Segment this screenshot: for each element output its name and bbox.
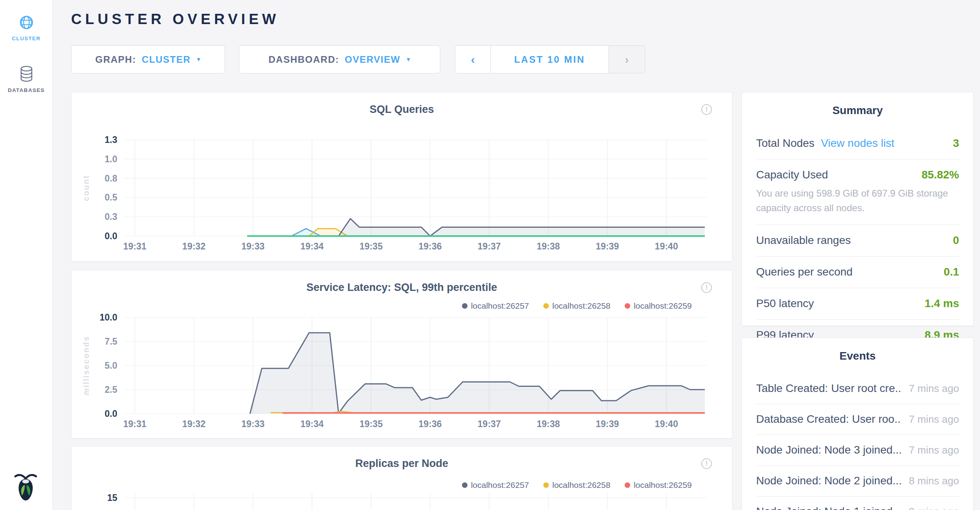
cockroach-bug-logo-icon: [13, 473, 39, 501]
event-time: 8 mins ago: [901, 506, 959, 510]
x-tick-label: 19:35: [359, 419, 383, 429]
replicas-per-node-chart-card: Replicas per Node ! localhost:26257local…: [71, 446, 732, 510]
x-tick-label: 19:32: [182, 419, 206, 429]
summary-row-value: 3: [953, 137, 959, 150]
caret-down-icon: ▾: [197, 55, 201, 64]
event-label: Table Created: User root cre...: [756, 382, 901, 395]
summary-row: Unavailable ranges0: [756, 225, 959, 257]
event-label: Node Joined: Node 1 joined...: [756, 505, 901, 510]
summary-row-label: Capacity Used: [756, 169, 828, 181]
event-row: Table Created: User root cre...7 mins ag…: [756, 373, 959, 404]
y-tick-label: 0.5: [105, 192, 117, 202]
sidebar-item-label: DATABASES: [0, 87, 53, 93]
summary-rows: Total NodesView nodes list3Capacity Used…: [742, 128, 973, 351]
summary-row-label: P50 latency: [756, 297, 814, 310]
toolbar: GRAPH: CLUSTER ▾ DASHBOARD: OVERVIEW ▾ ‹…: [71, 45, 645, 73]
x-tick-label: 19:39: [596, 241, 619, 251]
event-row: Database Created: User roo...7 mins ago: [756, 404, 959, 435]
summary-row-label: Total Nodes: [756, 137, 815, 150]
y-tick-label: 0.3: [105, 212, 117, 222]
time-range-value-button[interactable]: LAST 10 MIN: [490, 46, 609, 73]
events-panel: Events Table Created: User root cre...7 …: [742, 338, 974, 510]
time-range-next-button[interactable]: ›: [609, 46, 645, 73]
x-tick-label: 19:40: [655, 241, 678, 251]
dashboard-dropdown-value: OVERVIEW: [345, 54, 400, 65]
service-latency-chart-card: Service Latency: SQL, 99th percentile ! …: [71, 270, 732, 439]
summary-row: P50 latency1.4 ms: [756, 288, 959, 320]
summary-row: Queries per second0.1: [756, 257, 959, 288]
service-latency-chart[interactable]: 19:3119:3219:3319:3419:3519:3619:3719:38…: [71, 270, 733, 439]
series-area: [250, 333, 705, 414]
x-tick-label: 19:36: [419, 241, 442, 251]
x-tick-label: 19:33: [241, 241, 265, 251]
x-tick-label: 19:38: [537, 419, 560, 429]
events-title: Events: [742, 338, 973, 362]
summary-row-value: 85.82%: [922, 169, 959, 181]
globe-icon: [17, 13, 36, 32]
chevron-right-icon: ›: [625, 53, 629, 66]
x-tick-label: 19:37: [478, 241, 501, 251]
event-label: Node Joined: Node 2 joined...: [756, 474, 901, 487]
x-tick-label: 19:32: [182, 241, 206, 251]
y-tick-label: 0.0: [105, 231, 117, 241]
sql-queries-chart[interactable]: 19:3119:3219:3319:3419:3519:3619:3719:38…: [71, 92, 733, 262]
sidebar-item-cluster[interactable]: CLUSTER: [0, 0, 53, 41]
chevron-left-icon: ‹: [471, 53, 475, 66]
dashboard-dropdown[interactable]: DASHBOARD: OVERVIEW ▾: [239, 45, 440, 73]
x-tick-label: 19:35: [359, 241, 383, 251]
time-range-selector: ‹ LAST 10 MIN ›: [455, 45, 645, 73]
database-icon: [18, 65, 35, 83]
graph-dropdown[interactable]: GRAPH: CLUSTER ▾: [71, 45, 225, 73]
x-tick-label: 19:34: [300, 419, 324, 429]
x-tick-label: 19:33: [241, 419, 265, 429]
x-tick-label: 19:31: [123, 241, 146, 251]
y-tick-label: 0.8: [105, 173, 117, 184]
y-tick-label: 15: [107, 493, 117, 503]
cluster-overview-page: { "header": { "title": "CLUSTER OVERVIEW…: [0, 0, 980, 510]
y-tick-label: 7.5: [105, 336, 117, 347]
x-tick-label: 19:34: [300, 241, 324, 251]
event-row: Node Joined: Node 2 joined...8 mins ago: [756, 466, 959, 497]
page-title: CLUSTER OVERVIEW: [71, 11, 280, 28]
x-tick-label: 19:31: [123, 419, 146, 429]
y-tick-label: 1.3: [105, 135, 117, 145]
y-tick-label: 2.5: [105, 384, 117, 395]
replicas-per-node-chart[interactable]: 1510: [71, 446, 733, 510]
y-tick-label: 10.0: [100, 312, 117, 322]
x-tick-label: 19:37: [478, 419, 501, 429]
event-row: Node Joined: Node 3 joined...7 mins ago: [756, 435, 959, 466]
x-tick-label: 19:39: [596, 419, 619, 429]
x-tick-label: 19:38: [537, 241, 560, 251]
sidebar-item-label: CLUSTER: [0, 36, 53, 41]
event-time: 7 mins ago: [901, 444, 959, 456]
event-time: 7 mins ago: [901, 382, 959, 395]
y-tick-label: 5.0: [105, 360, 117, 371]
summary-row-subtext: You are using 598.9 GiB of 697.9 GiB sto…: [756, 186, 959, 215]
graph-dropdown-value: CLUSTER: [142, 54, 191, 65]
view-nodes-list-link[interactable]: View nodes list: [821, 137, 894, 150]
sidebar-item-databases[interactable]: DATABASES: [0, 41, 53, 93]
summary-row-value: 1.4 ms: [925, 297, 959, 310]
graph-dropdown-label: GRAPH:: [95, 54, 136, 65]
dashboard-dropdown-label: DASHBOARD:: [268, 54, 339, 65]
summary-row: Capacity Used85.82%You are using 598.9 G…: [756, 159, 959, 225]
event-label: Database Created: User roo...: [756, 413, 901, 426]
x-tick-label: 19:36: [419, 419, 442, 429]
time-range-prev-button[interactable]: ‹: [455, 46, 490, 73]
sidebar: CLUSTER DATABASES: [0, 0, 53, 510]
y-tick-label: 1.0: [105, 154, 117, 164]
event-time: 7 mins ago: [901, 413, 959, 426]
summary-row-value: 0.1: [944, 266, 959, 278]
y-tick-label: 0.0: [105, 409, 117, 419]
summary-panel: Summary Total NodesView nodes list3Capac…: [742, 92, 974, 326]
summary-row-value: 0: [953, 234, 959, 247]
caret-down-icon: ▾: [407, 55, 411, 64]
events-list: Table Created: User root cre...7 mins ag…: [742, 373, 973, 510]
x-tick-label: 19:40: [655, 419, 678, 429]
summary-title: Summary: [742, 92, 973, 117]
event-row: Node Joined: Node 1 joined...8 mins ago: [756, 497, 959, 510]
y-axis-unit-label: count: [82, 175, 90, 201]
y-axis-unit-label: milliseconds: [82, 336, 90, 395]
summary-row-label: Unavailable ranges: [756, 234, 851, 247]
event-time: 8 mins ago: [901, 475, 959, 487]
